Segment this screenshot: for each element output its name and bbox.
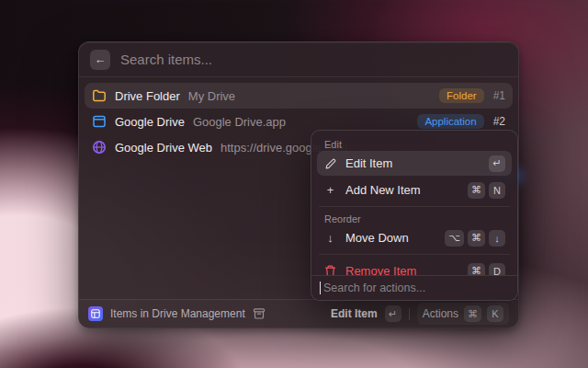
archive-box-icon — [253, 307, 266, 320]
item-subtitle: My Drive — [188, 89, 235, 103]
back-button[interactable]: ← — [90, 50, 110, 70]
trash-icon — [323, 265, 337, 276]
cmd-key-badge: ⌘ — [468, 230, 485, 247]
section-label-reorder: Reorder — [317, 211, 512, 225]
actions-label: Actions — [423, 307, 458, 320]
item-rank: #2 — [493, 115, 505, 128]
text-caret — [320, 282, 321, 294]
option-key-badge: ⌥ — [445, 230, 464, 247]
item-title: Google Drive — [115, 115, 185, 129]
pencil-icon — [323, 157, 337, 170]
footer-bar: Items in Drive Management Edit Item ↵ Ac… — [79, 299, 518, 328]
cmd-key-badge: ⌘ — [468, 263, 485, 276]
footer-divider — [409, 308, 410, 320]
n-key-badge: N — [489, 182, 505, 199]
source-label: Items in Drive Management — [110, 307, 245, 320]
panel-divider — [319, 254, 510, 255]
action-edit-item[interactable]: Edit Item ↵ — [317, 151, 512, 176]
search-bar: ← — [79, 42, 518, 77]
actions-panel-list: Edit Edit Item ↵ + Add New Item ⌘ N R — [311, 131, 517, 275]
type-badge: Application — [417, 114, 483, 129]
action-remove-item[interactable]: Remove Item ⌘ D — [317, 259, 512, 275]
action-label: Move Down — [345, 231, 409, 245]
app-window-icon — [92, 114, 107, 129]
cmd-key-badge: ⌘ — [464, 305, 481, 322]
section-label-edit: Edit — [317, 136, 512, 151]
actions-panel: Edit Edit Item ↵ + Add New Item ⌘ N R — [311, 130, 518, 301]
type-badge: Folder — [439, 88, 484, 103]
globe-icon — [92, 140, 107, 155]
item-title: Google Drive Web — [115, 141, 212, 155]
launcher-window: ← Drive Folder My Drive Folder #1 Google… — [78, 41, 519, 328]
k-key-badge: K — [487, 305, 503, 322]
action-label: Edit Item — [345, 156, 392, 170]
plus-icon: + — [323, 183, 337, 197]
d-key-badge: D — [489, 263, 505, 276]
action-move-down[interactable]: ↓ Move Down ⌥ ⌘ ↓ — [317, 225, 512, 250]
actions-button[interactable]: Actions ⌘ K — [417, 303, 509, 325]
cmd-key-badge: ⌘ — [468, 182, 485, 199]
item-subtitle: Google Drive.app — [193, 115, 286, 129]
folder-icon — [92, 88, 107, 103]
action-add-new-item[interactable]: + Add New Item ⌘ N — [317, 178, 512, 202]
item-rank: #1 — [493, 89, 505, 102]
actions-search-bar — [311, 275, 517, 300]
action-label: Add New Item — [345, 183, 421, 197]
item-title: Drive Folder — [115, 89, 180, 103]
actions-search-input[interactable] — [323, 282, 509, 294]
action-label: Remove Item — [345, 264, 416, 275]
panel-divider — [319, 206, 510, 207]
primary-action-label[interactable]: Edit Item — [331, 307, 378, 320]
arrow-left-icon: ← — [95, 52, 107, 66]
extension-icon — [88, 306, 103, 321]
return-key-badge: ↵ — [489, 155, 505, 172]
return-key-badge: ↵ — [385, 305, 401, 322]
arrow-down-icon: ↓ — [323, 231, 337, 245]
search-input[interactable] — [120, 52, 507, 67]
down-key-badge: ↓ — [489, 230, 505, 247]
list-item-drive-folder[interactable]: Drive Folder My Drive Folder #1 — [85, 83, 513, 109]
